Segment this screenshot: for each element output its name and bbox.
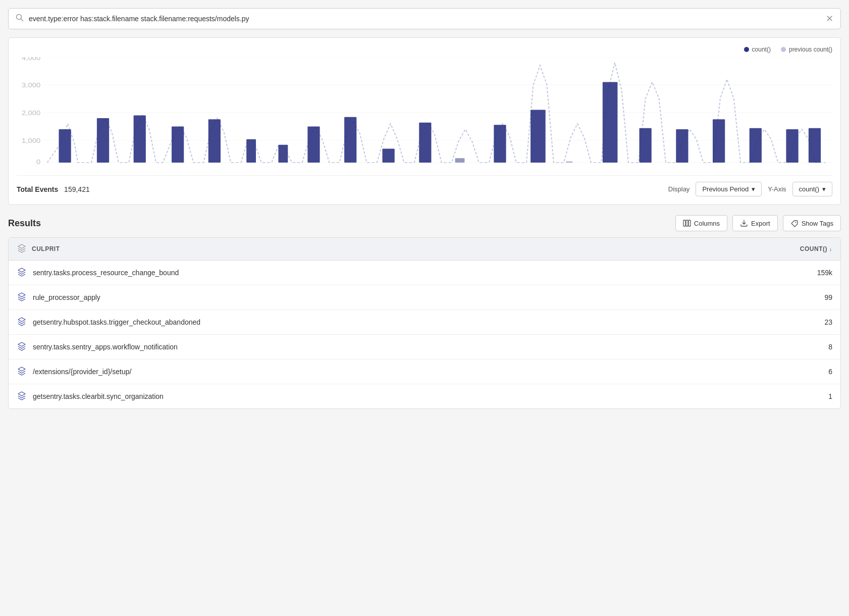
svg-rect-23 (455, 158, 465, 163)
svg-rect-20 (344, 117, 356, 163)
yaxis-label: Y-Axis (768, 185, 786, 193)
svg-rect-33 (809, 128, 821, 163)
col-count-label: COUNT() (800, 245, 827, 252)
svg-text:2,000: 2,000 (22, 110, 40, 117)
total-events: Total Events 159,421 (17, 185, 90, 193)
stack-icon (17, 292, 27, 302)
chevron-down-icon-2: ▾ (822, 185, 826, 193)
table-row[interactable]: rule_processor_apply 99 (9, 285, 840, 310)
display-dropdown[interactable]: Previous Period ▾ (696, 182, 762, 196)
stack-icon-header (17, 244, 27, 254)
svg-rect-24 (494, 125, 506, 163)
svg-rect-29 (676, 129, 688, 163)
sort-icon: ↓ (829, 246, 832, 252)
table-row[interactable]: getsentry.hubspot.tasks.trigger_checkout… (9, 310, 840, 335)
export-button[interactable]: Export (732, 215, 778, 231)
row-count: 1 (807, 392, 832, 400)
svg-rect-32 (786, 129, 798, 163)
columns-icon (683, 219, 691, 227)
chart-controls: Display Previous Period ▾ Y-Axis count()… (668, 182, 832, 196)
table-row[interactable]: sentry.tasks.process_resource_change_bou… (9, 261, 840, 285)
stack-icon (17, 317, 27, 327)
row-culprit: getsentry.hubspot.tasks.trigger_checkout… (17, 317, 807, 327)
chart-area: 4,000 3,000 2,000 1,000 0 (17, 57, 832, 168)
close-icon[interactable]: ✕ (826, 14, 833, 23)
svg-rect-15 (172, 127, 184, 163)
results-title: Results (8, 218, 41, 229)
results-table: CULPRIT COUNT() ↓ sentry.tasks.process_r… (8, 237, 841, 409)
stack-icon (17, 342, 27, 352)
legend-primary: count() (744, 46, 771, 53)
svg-text:0: 0 (36, 159, 40, 166)
col-culprit-header: CULPRIT (17, 244, 800, 254)
stack-icon (17, 268, 27, 278)
table-row[interactable]: getsentry.tasks.clearbit.sync_organizati… (9, 384, 840, 408)
svg-rect-22 (419, 123, 431, 163)
svg-rect-28 (640, 128, 652, 163)
col-culprit-label: CULPRIT (32, 245, 60, 252)
stack-icon (17, 391, 27, 401)
svg-rect-17 (246, 139, 256, 163)
legend-secondary-dot (781, 47, 786, 52)
chart-stats: Total Events 159,421 Display Previous Pe… (17, 175, 832, 196)
svg-rect-18 (278, 145, 288, 163)
svg-rect-39 (688, 220, 691, 226)
stack-icon (17, 367, 27, 377)
table-row[interactable]: /extensions/{provider_id}/setup/ 6 (9, 360, 840, 384)
svg-rect-26 (566, 162, 572, 163)
svg-rect-13 (97, 118, 109, 163)
yaxis-dropdown[interactable]: count() ▾ (792, 182, 832, 196)
tag-icon (790, 219, 799, 227)
culprit-text: sentry.tasks.process_resource_change_bou… (33, 269, 179, 277)
row-count: 159k (807, 269, 832, 277)
legend-primary-dot (744, 47, 749, 52)
display-value: Previous Period (702, 185, 749, 193)
export-icon (740, 219, 748, 227)
chevron-down-icon: ▾ (752, 185, 755, 193)
row-count: 99 (807, 293, 832, 301)
table-body: sentry.tasks.process_resource_change_bou… (9, 261, 840, 408)
search-input[interactable] (29, 15, 821, 23)
svg-rect-12 (59, 129, 71, 163)
display-label: Display (668, 185, 690, 193)
col-count-header[interactable]: COUNT() ↓ (800, 245, 832, 252)
search-icon (16, 14, 24, 24)
show-tags-label: Show Tags (802, 220, 833, 227)
columns-button[interactable]: Columns (675, 215, 727, 231)
row-count: 23 (807, 318, 832, 326)
table-header: CULPRIT COUNT() ↓ (9, 238, 840, 261)
yaxis-value: count() (799, 185, 819, 193)
svg-text:4,000: 4,000 (22, 57, 40, 61)
svg-text:12:00 AM: 12:00 AM (205, 167, 237, 168)
row-culprit: sentry.tasks.process_resource_change_bou… (17, 268, 807, 278)
row-culprit: getsentry.tasks.clearbit.sync_organizati… (17, 391, 807, 401)
svg-rect-30 (713, 119, 725, 163)
columns-label: Columns (694, 220, 720, 227)
show-tags-button[interactable]: Show Tags (783, 215, 841, 231)
svg-rect-19 (307, 127, 320, 163)
row-count: 6 (807, 368, 832, 376)
culprit-text: /extensions/{provider_id}/setup/ (33, 368, 131, 376)
culprit-text: sentry.tasks.sentry_apps.workflow_notifi… (33, 343, 178, 351)
row-count: 8 (807, 343, 832, 351)
svg-rect-21 (383, 149, 395, 163)
legend-primary-label: count() (752, 46, 771, 53)
results-header: Results Columns Export Show Tags (8, 215, 841, 231)
svg-rect-14 (134, 116, 146, 163)
svg-rect-27 (603, 82, 618, 163)
svg-line-1 (21, 19, 23, 21)
culprit-text: getsentry.hubspot.tasks.trigger_checkout… (33, 318, 200, 326)
results-actions: Columns Export Show Tags (675, 215, 841, 231)
search-bar: ✕ (8, 8, 841, 29)
culprit-text: rule_processor_apply (33, 293, 100, 301)
export-label: Export (751, 220, 770, 227)
svg-text:1,000: 1,000 (22, 138, 40, 144)
row-culprit: rule_processor_apply (17, 292, 807, 302)
svg-rect-31 (750, 128, 762, 163)
svg-rect-38 (686, 220, 688, 226)
svg-rect-37 (683, 220, 685, 226)
svg-text:12:00 PM: 12:00 PM (599, 167, 630, 168)
svg-rect-25 (530, 110, 546, 163)
table-row[interactable]: sentry.tasks.sentry_apps.workflow_notifi… (9, 335, 840, 360)
total-events-label: Total Events (17, 185, 58, 193)
